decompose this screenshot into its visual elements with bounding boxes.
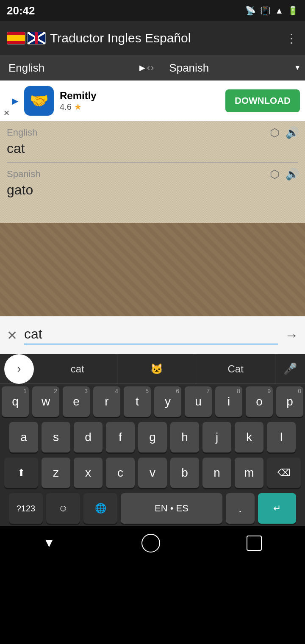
key-d[interactable]: d xyxy=(74,422,103,452)
key-l[interactable]: l xyxy=(267,422,296,452)
space-key[interactable]: EN • ES xyxy=(121,493,222,524)
search-go-button[interactable]: → xyxy=(285,328,298,343)
key-w[interactable]: w2 xyxy=(32,386,59,417)
flag-container xyxy=(7,32,46,44)
battery-icon: 🔋 xyxy=(288,6,298,16)
search-bar: ✕ → xyxy=(0,316,305,354)
ad-rating: 4.6 ★ xyxy=(60,102,219,112)
target-language-label: Spanish xyxy=(169,61,209,75)
app-bar-left: Traductor Ingles Español xyxy=(7,31,191,45)
source-translation-label: English xyxy=(7,127,298,138)
ad-app-icon: 🤝 xyxy=(24,86,54,116)
key-o[interactable]: o9 xyxy=(246,386,273,417)
ad-star-icon: ★ xyxy=(74,102,82,112)
nav-bar: ▼ xyxy=(0,526,305,560)
symbols-key[interactable]: ?123 xyxy=(9,493,43,524)
ad-rating-value: 4.6 xyxy=(60,102,72,112)
key-i[interactable]: i8 xyxy=(215,386,242,417)
search-input[interactable] xyxy=(24,326,278,342)
ad-close-button[interactable]: ✕ xyxy=(3,108,10,118)
backspace-key[interactable]: ⌫ xyxy=(267,458,301,488)
search-clear-button[interactable]: ✕ xyxy=(7,328,17,343)
key-h[interactable]: h xyxy=(170,422,199,452)
background-texture xyxy=(0,223,305,316)
key-g[interactable]: g xyxy=(138,422,167,452)
keyboard-row-4: ?123 ☺ 🌐 EN • ES . ↵ xyxy=(0,491,305,526)
source-translation-actions: ⬡ 🔊 xyxy=(270,126,299,139)
app-bar: Traductor Ingles Español ⋮ xyxy=(0,21,305,55)
key-y[interactable]: y6 xyxy=(154,386,181,417)
source-speaker-icon[interactable]: 🔊 xyxy=(286,126,299,139)
menu-button[interactable]: ⋮ xyxy=(286,31,298,45)
target-translation-section: Spanish gato ⬡ 🔊 xyxy=(0,163,305,204)
key-z[interactable]: z xyxy=(42,458,70,488)
ad-info: Remitly 4.6 ★ xyxy=(60,90,219,112)
suggestions-row: › cat 🐱 Cat 🎤 xyxy=(0,354,305,384)
key-b[interactable]: b xyxy=(170,458,199,488)
target-translation-label: Spanish xyxy=(7,169,298,180)
key-e[interactable]: e3 xyxy=(63,386,90,417)
key-q[interactable]: q1 xyxy=(2,386,29,417)
key-k[interactable]: k xyxy=(235,422,263,452)
target-language-button[interactable]: Spanish xyxy=(156,55,305,80)
shift-key[interactable]: ⬆ xyxy=(4,458,38,488)
status-icons: 📡 📳 ▲ 🔋 xyxy=(245,6,298,16)
home-nav-button[interactable] xyxy=(141,534,160,552)
suggestion-cat-emoji-text: 🐱 xyxy=(150,363,163,375)
ad-banner: ✕ ▶ 🤝 Remitly 4.6 ★ DOWNLOAD xyxy=(0,80,305,121)
key-r[interactable]: r4 xyxy=(93,386,120,417)
wifi-icon: ▲ xyxy=(275,6,283,16)
key-a[interactable]: a xyxy=(9,422,38,452)
key-f[interactable]: f xyxy=(106,422,135,452)
suggestions-expand-button[interactable]: › xyxy=(4,354,34,384)
suggestion-Cat-cap[interactable]: Cat xyxy=(196,354,275,383)
remitly-icon: 🤝 xyxy=(30,92,49,110)
spain-flag xyxy=(7,32,25,44)
globe-key[interactable]: 🌐 xyxy=(83,493,117,524)
keyboard-row-1: q1 w2 e3 r4 t5 y6 u7 i8 o9 p0 xyxy=(0,384,305,419)
source-language-button[interactable]: English xyxy=(0,55,144,80)
key-t[interactable]: t5 xyxy=(124,386,151,417)
source-share-icon[interactable]: ⬡ xyxy=(270,126,280,139)
ad-app-name: Remitly xyxy=(60,90,219,102)
translation-area: English cat ⬡ 🔊 Spanish gato ⬡ 🔊 xyxy=(0,121,305,223)
key-j[interactable]: j xyxy=(202,422,231,452)
left-arrow-icon: ‹ xyxy=(147,62,150,73)
key-s[interactable]: s xyxy=(42,422,70,452)
key-u[interactable]: u7 xyxy=(185,386,212,417)
keyboard: › cat 🐱 Cat 🎤 q1 w2 e3 r4 t5 y6 u7 i8 o9… xyxy=(0,354,305,526)
search-input-container xyxy=(24,326,278,344)
cast-icon: 📡 xyxy=(245,6,256,16)
uk-flag xyxy=(27,32,46,44)
suggestion-Cat-text: Cat xyxy=(228,363,244,375)
target-speaker-icon[interactable]: 🔊 xyxy=(286,168,299,181)
mic-button[interactable]: 🎤 xyxy=(275,362,305,375)
key-x[interactable]: x xyxy=(74,458,103,488)
emoji-key[interactable]: ☺ xyxy=(46,493,80,524)
swap-language-button[interactable]: ‹ › xyxy=(144,55,157,80)
app-title: Traductor Ingles Español xyxy=(50,31,191,45)
ad-download-button[interactable]: DOWNLOAD xyxy=(225,89,300,112)
status-time: 20:42 xyxy=(7,4,35,17)
target-translation-actions: ⬡ 🔊 xyxy=(270,168,299,181)
key-n[interactable]: n xyxy=(202,458,231,488)
right-arrow-icon: › xyxy=(151,62,154,73)
source-language-label: English xyxy=(8,61,44,75)
chevron-right-icon: › xyxy=(17,362,21,375)
keyboard-row-2: a s d f g h j k l xyxy=(0,419,305,455)
key-p[interactable]: p0 xyxy=(276,386,303,417)
back-nav-button[interactable]: ▼ xyxy=(43,536,55,550)
target-share-icon[interactable]: ⬡ xyxy=(270,168,280,181)
key-m[interactable]: m xyxy=(235,458,263,488)
suggestion-cat-text: cat xyxy=(71,363,84,375)
recents-nav-button[interactable] xyxy=(247,536,262,551)
source-translation-section: English cat ⬡ 🔊 xyxy=(0,121,305,162)
period-key[interactable]: . xyxy=(226,493,255,524)
target-translation-text: gato xyxy=(7,182,298,198)
key-c[interactable]: c xyxy=(106,458,135,488)
suggestion-cat[interactable]: cat xyxy=(38,354,117,383)
suggestion-cat-emoji[interactable]: 🐱 xyxy=(117,354,197,383)
key-v[interactable]: v xyxy=(138,458,167,488)
vibrate-icon: 📳 xyxy=(260,6,271,16)
enter-key[interactable]: ↵ xyxy=(258,493,296,524)
